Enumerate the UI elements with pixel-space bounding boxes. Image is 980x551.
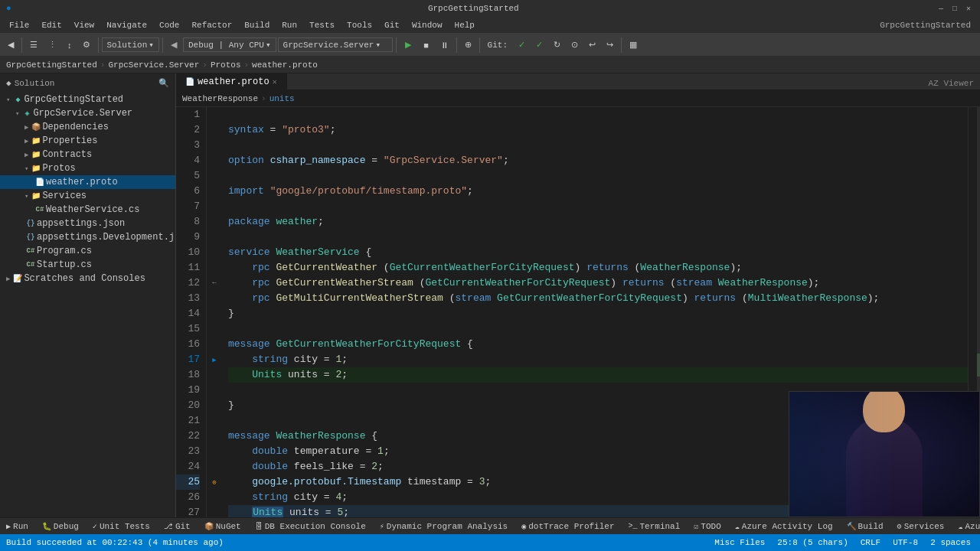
titlebar-controls[interactable]: — □ ✕ bbox=[936, 3, 974, 14]
bc-part4[interactable]: weather.proto bbox=[252, 60, 318, 70]
debug-bottom-btn[interactable]: 🐛 Debug bbox=[36, 520, 85, 533]
sidebar-search-icon[interactable]: 🔍 bbox=[158, 78, 169, 88]
line-21: double temperature = 1; bbox=[228, 445, 390, 457]
misc-files-status[interactable]: Misc Files bbox=[711, 538, 768, 547]
sidebar-item-services[interactable]: ▾ 📁 Services bbox=[0, 189, 175, 203]
toolbar-back-btn[interactable]: ◀ bbox=[3, 38, 18, 51]
toolbar-solution-explorer[interactable]: ☰ bbox=[25, 38, 42, 51]
sidebar-label: Startup.cs bbox=[37, 259, 92, 270]
sidebar-item-scratches[interactable]: ▶ 📝 Scratches and Consoles bbox=[0, 272, 175, 285]
run-bottom-btn[interactable]: ▶ Run bbox=[0, 520, 34, 533]
solution-dropdown[interactable]: Solution ▾ bbox=[102, 37, 159, 52]
sidebar-item-grpcservice-server[interactable]: ▾ ◈ GrpcService.Server bbox=[0, 106, 175, 120]
sidebar-item-weatherservice-cs[interactable]: C# WeatherService.cs bbox=[0, 203, 175, 217]
menu-edit[interactable]: Edit bbox=[35, 19, 67, 31]
azur-icon: ☁ bbox=[958, 522, 962, 531]
menu-view[interactable]: View bbox=[68, 19, 100, 31]
nuget-btn[interactable]: 📦 NuGet bbox=[198, 520, 247, 533]
folder-icon: 📁 bbox=[30, 148, 42, 161]
menu-tools[interactable]: Tools bbox=[341, 19, 378, 31]
dottrace-btn[interactable]: ◉ dotTrace Profiler bbox=[515, 520, 620, 533]
toolbar-sep-7 bbox=[621, 37, 622, 53]
db-console-btn[interactable]: 🗄 DB Execution Console bbox=[249, 520, 372, 533]
redo-btn[interactable]: ↪ bbox=[602, 38, 618, 51]
maximize-button[interactable]: □ bbox=[949, 3, 960, 14]
debug-config-dropdown[interactable]: Debug | Any CPU ▾ bbox=[183, 37, 276, 52]
stop-button[interactable]: ■ bbox=[418, 37, 435, 54]
code-bc-part2[interactable]: units bbox=[270, 94, 295, 103]
sidebar-item-properties[interactable]: ▶ 📁 Properties bbox=[0, 134, 175, 148]
terminal-btn[interactable]: >_ Terminal bbox=[622, 520, 686, 533]
line-20: message WeatherResponse { bbox=[228, 430, 377, 442]
git-bottom-label: Git bbox=[175, 522, 191, 531]
sidebar-item-program-cs[interactable]: C# Program.cs bbox=[0, 244, 175, 258]
bc-part2[interactable]: GrpcService.Server bbox=[108, 60, 199, 70]
dottrace-label: dotTrace Profiler bbox=[528, 522, 614, 531]
minimize-button[interactable]: — bbox=[936, 3, 946, 14]
git-push-btn[interactable]: ✓ bbox=[531, 38, 547, 51]
gutter-line-13 bbox=[207, 291, 222, 306]
menu-run[interactable]: Run bbox=[276, 19, 303, 31]
menu-navigate[interactable]: Navigate bbox=[100, 19, 153, 31]
bc-part1[interactable]: GrpcGettingStarted bbox=[6, 60, 97, 70]
spaces-status[interactable]: 2 spaces bbox=[927, 538, 974, 547]
menu-code[interactable]: Code bbox=[153, 19, 185, 31]
gutter-line-12: ← bbox=[207, 276, 222, 291]
undo-btn[interactable]: ↩ bbox=[584, 38, 600, 51]
sidebar-item-appsettings-dev[interactable]: {} appsettings.Development.json bbox=[0, 230, 175, 244]
sidebar-item-weather-proto[interactable]: 📄 weather.proto bbox=[0, 175, 175, 189]
az-viewer-btn[interactable]: AZ Viewer bbox=[923, 77, 980, 90]
coverage-btn[interactable]: ⊕ bbox=[460, 38, 476, 51]
git-history-btn[interactable]: ⊙ bbox=[567, 38, 583, 51]
line-5: import "google/protobuf/timestamp.proto"… bbox=[228, 185, 473, 197]
build-bottom-btn[interactable]: 🔨 Build bbox=[841, 520, 890, 533]
close-button[interactable]: ✕ bbox=[963, 3, 974, 14]
tests-icon: ✓ bbox=[93, 522, 97, 531]
line-ending-status[interactable]: CRLF bbox=[858, 538, 884, 547]
azure-activity-btn[interactable]: ☁ Azure Activity Log bbox=[729, 520, 839, 533]
unit-tests-btn[interactable]: ✓ Unit Tests bbox=[87, 520, 156, 533]
menu-refactor[interactable]: Refactor bbox=[185, 19, 238, 31]
line-16: string city = 1; bbox=[228, 354, 348, 365]
toolbar-bookmark[interactable]: ⋮ bbox=[44, 38, 61, 51]
chevron-down-icon: ▾ bbox=[149, 40, 154, 50]
toolbar-settings[interactable]: ⚙ bbox=[78, 38, 95, 51]
line-23: google.protobuf.Timestamp timestamp = 3; bbox=[228, 476, 491, 487]
sidebar-item-appsettings[interactable]: {} appsettings.json bbox=[0, 217, 175, 230]
gutter-line-16 bbox=[207, 337, 222, 352]
menu-build[interactable]: Build bbox=[238, 19, 276, 31]
bc-part3[interactable]: Protos bbox=[211, 60, 241, 70]
menu-file[interactable]: File bbox=[3, 19, 35, 31]
layout-btn[interactable]: ▦ bbox=[625, 38, 642, 51]
menu-tests[interactable]: Tests bbox=[303, 19, 341, 31]
sidebar-item-startup-cs[interactable]: C# Startup.cs bbox=[0, 258, 175, 272]
tab-close-btn[interactable]: ✕ bbox=[273, 77, 277, 86]
todo-btn[interactable]: ☑ TODO bbox=[688, 520, 727, 533]
todo-label: TODO bbox=[701, 522, 720, 531]
azur-btn[interactable]: ☁ Azur... bbox=[952, 520, 980, 533]
server-dropdown[interactable]: GrpcService.Server ▾ bbox=[278, 37, 393, 52]
code-bc-part1[interactable]: WeatherResponse bbox=[182, 94, 258, 103]
server-label: GrpcService.Server bbox=[283, 41, 374, 50]
line-numbers: 1 2 3 4 5 6 7 8 9 10 11 12 13 14 15 16 1… bbox=[176, 107, 207, 517]
tab-weather-proto[interactable]: 📄 weather.proto ✕ bbox=[176, 73, 287, 90]
toolbar-collapse[interactable]: ↕ bbox=[63, 39, 77, 51]
menu-git[interactable]: Git bbox=[378, 19, 406, 31]
git-sync-btn[interactable]: ↻ bbox=[549, 38, 565, 51]
sidebar-item-protos[interactable]: ▾ 📁 Protos bbox=[0, 161, 175, 175]
git-check-btn[interactable]: ✓ bbox=[514, 38, 530, 51]
line-10: rpc GetCurrentWeather (GetCurrentWeather… bbox=[228, 262, 742, 273]
position-status[interactable]: 25:8 (5 chars) bbox=[774, 538, 851, 547]
menu-window[interactable]: Window bbox=[406, 19, 449, 31]
run-button[interactable]: ▶ bbox=[400, 37, 416, 54]
git-bottom-btn[interactable]: ⎇ Git bbox=[158, 520, 197, 533]
dynamic-analysis-btn[interactable]: ⚡ Dynamic Program Analysis bbox=[374, 520, 514, 533]
menu-help[interactable]: Help bbox=[449, 19, 481, 31]
sidebar-item-dependencies[interactable]: ▶ 📦 Dependencies bbox=[0, 120, 175, 134]
sidebar-item-grpcgettingstarted[interactable]: ▾ ◆ GrpcGettingStarted bbox=[0, 93, 175, 106]
debug-back-btn[interactable]: ◀ bbox=[166, 38, 181, 51]
sidebar-item-contracts[interactable]: ▶ 📁 Contracts bbox=[0, 148, 175, 161]
encoding-status[interactable]: UTF-8 bbox=[890, 538, 921, 547]
pause-button[interactable]: ⏸ bbox=[436, 37, 453, 54]
services-btn[interactable]: ⚙ Services bbox=[891, 520, 951, 533]
